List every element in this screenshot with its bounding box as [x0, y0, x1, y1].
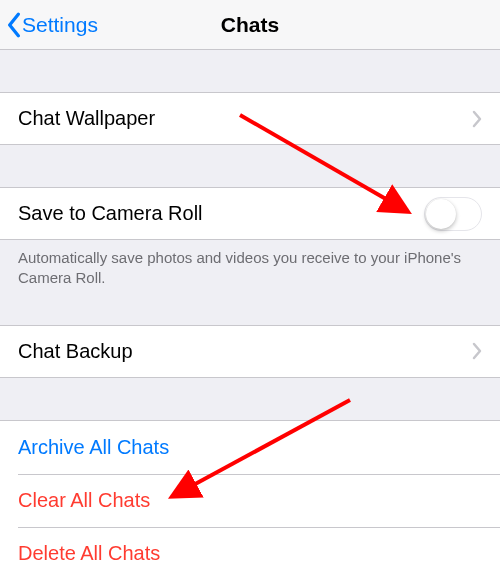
- actions-group: Archive All Chats Clear All Chats Delete…: [0, 420, 500, 580]
- chat-wallpaper-label: Chat Wallpaper: [18, 107, 472, 130]
- chevron-right-icon: [472, 110, 482, 128]
- spacer: [0, 145, 500, 187]
- nav-bar: Settings Chats: [0, 0, 500, 50]
- back-label: Settings: [22, 13, 98, 37]
- delete-all-chats-label: Delete All Chats: [18, 542, 160, 565]
- chevron-right-icon: [472, 342, 482, 360]
- chat-backup-label: Chat Backup: [18, 340, 472, 363]
- save-camera-roll-toggle[interactable]: [424, 197, 482, 231]
- archive-all-chats-button[interactable]: Archive All Chats: [0, 421, 500, 474]
- chevron-left-icon: [6, 12, 22, 38]
- archive-all-chats-label: Archive All Chats: [18, 436, 169, 459]
- spacer: [0, 289, 500, 325]
- back-button[interactable]: Settings: [0, 12, 98, 38]
- chat-wallpaper-row[interactable]: Chat Wallpaper: [0, 92, 500, 145]
- clear-all-chats-button[interactable]: Clear All Chats: [0, 474, 500, 527]
- spacer: [0, 378, 500, 420]
- save-camera-roll-footer: Automatically save photos and videos you…: [0, 240, 500, 289]
- chat-backup-row[interactable]: Chat Backup: [0, 325, 500, 378]
- spacer: [0, 50, 500, 92]
- toggle-knob: [426, 199, 456, 229]
- save-camera-roll-label: Save to Camera Roll: [18, 202, 424, 225]
- clear-all-chats-label: Clear All Chats: [18, 489, 150, 512]
- save-camera-roll-row: Save to Camera Roll: [0, 187, 500, 240]
- delete-all-chats-button[interactable]: Delete All Chats: [0, 527, 500, 580]
